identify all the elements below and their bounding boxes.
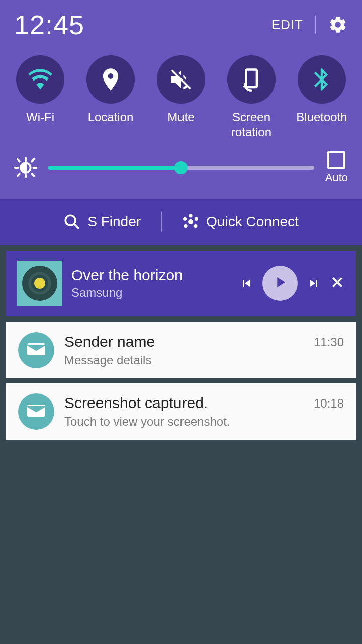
checkbox-icon bbox=[327, 151, 345, 169]
header-row: 12:45 EDIT bbox=[0, 0, 362, 45]
notification-time: 11:30 bbox=[314, 335, 344, 349]
toggle-bluetooth[interactable]: Bluetooth bbox=[289, 55, 354, 140]
sfinder-button[interactable]: S Finder bbox=[43, 213, 161, 230]
play-button[interactable] bbox=[262, 266, 298, 301]
toggle-wifi[interactable]: Wi-Fi bbox=[8, 55, 73, 140]
album-art bbox=[17, 261, 62, 306]
toggle-label: Wi-Fi bbox=[26, 110, 54, 140]
track-title: Over the horizon bbox=[71, 267, 230, 284]
auto-label: Auto bbox=[325, 171, 348, 184]
slider-thumb[interactable] bbox=[174, 161, 188, 174]
search-icon bbox=[63, 213, 80, 230]
slider-fill bbox=[48, 166, 181, 170]
notification-detail: Message details bbox=[64, 353, 304, 367]
play-icon bbox=[272, 274, 289, 293]
notification-detail: Touch to view your screenshot. bbox=[64, 415, 304, 429]
media-player-notification[interactable]: Over the horizon Samsung bbox=[6, 251, 356, 316]
brightness-row: Auto bbox=[0, 140, 362, 199]
sfinder-label: S Finder bbox=[87, 214, 141, 230]
quickconnect-icon bbox=[182, 213, 199, 230]
next-button[interactable] bbox=[307, 276, 321, 290]
track-info: Over the horizon Samsung bbox=[71, 267, 230, 300]
quick-settings-panel: 12:45 EDIT Wi-Fi Location bbox=[0, 0, 362, 199]
svg-point-6 bbox=[195, 217, 198, 221]
brightness-slider[interactable] bbox=[48, 166, 314, 170]
mute-icon bbox=[168, 66, 194, 93]
close-icon bbox=[330, 283, 345, 291]
notification-app-icon bbox=[18, 393, 54, 430]
toggle-label: Bluetooth bbox=[296, 110, 347, 140]
header-actions: EDIT bbox=[272, 15, 348, 35]
clock: 12:45 bbox=[14, 9, 84, 40]
svg-point-5 bbox=[189, 214, 193, 217]
toggle-label: Location bbox=[88, 110, 134, 140]
skip-next-icon bbox=[307, 276, 321, 290]
previous-button[interactable] bbox=[239, 276, 253, 290]
notification-title: Screenshot captured. bbox=[64, 394, 304, 412]
mail-icon bbox=[27, 404, 45, 419]
bluetooth-icon bbox=[309, 66, 335, 93]
brightness-icon bbox=[14, 156, 37, 179]
wifi-icon bbox=[27, 66, 53, 93]
toggle-location[interactable]: Location bbox=[78, 55, 143, 140]
quickconnect-label: Quick Connect bbox=[206, 214, 299, 230]
close-button[interactable] bbox=[330, 275, 345, 292]
gear-icon bbox=[328, 15, 348, 35]
svg-point-7 bbox=[194, 224, 197, 228]
notification-item[interactable]: Screenshot captured. Touch to view your … bbox=[6, 383, 356, 440]
location-icon bbox=[98, 66, 124, 93]
quickconnect-button[interactable]: Quick Connect bbox=[162, 213, 319, 230]
notification-title: Sender name bbox=[64, 333, 304, 350]
svg-point-4 bbox=[188, 219, 193, 224]
skip-previous-icon bbox=[239, 276, 253, 290]
divider bbox=[315, 16, 316, 34]
notification-area: Over the horizon Samsung Sender name Mes… bbox=[0, 245, 362, 451]
toggle-mute[interactable]: Mute bbox=[148, 55, 214, 140]
svg-rect-0 bbox=[246, 70, 257, 88]
notification-app-icon bbox=[18, 332, 54, 368]
edit-button[interactable]: EDIT bbox=[272, 17, 303, 33]
svg-point-9 bbox=[183, 217, 187, 221]
notification-time: 10:18 bbox=[314, 396, 344, 411]
toggle-label: Mute bbox=[167, 110, 194, 140]
auto-brightness-toggle[interactable]: Auto bbox=[325, 151, 348, 184]
screen-rotation-icon bbox=[238, 66, 264, 93]
svg-line-3 bbox=[74, 224, 79, 228]
mail-icon bbox=[27, 343, 45, 358]
quick-toggles-row: Wi-Fi Location Mute Screen rotation Blue… bbox=[0, 45, 362, 140]
svg-point-8 bbox=[184, 224, 188, 228]
toggle-screen-rotation[interactable]: Screen rotation bbox=[219, 55, 284, 140]
settings-button[interactable] bbox=[328, 15, 348, 35]
track-artist: Samsung bbox=[71, 286, 230, 300]
sfinder-quickconnect-bar: S Finder Quick Connect bbox=[0, 199, 362, 245]
toggle-label: Screen rotation bbox=[219, 110, 284, 140]
notification-item[interactable]: Sender name Message details 11:30 bbox=[6, 322, 356, 378]
